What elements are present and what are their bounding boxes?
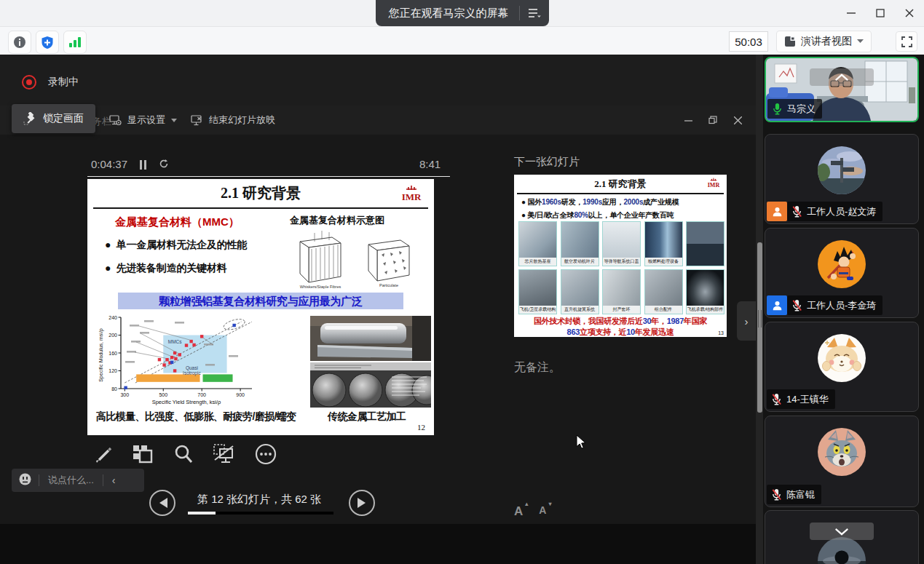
previous-slide-button[interactable]	[149, 490, 175, 516]
slide-position-label: 第 12 张幻灯片，共 62 张	[186, 493, 332, 507]
ellipsis-icon	[255, 443, 277, 465]
presenter-close-button[interactable]	[725, 106, 750, 135]
svg-text:Particulate: Particulate	[379, 283, 398, 287]
application-photo-tile: 组合配件	[644, 269, 683, 314]
collapse-chat-icon[interactable]: ‹	[112, 474, 116, 486]
shared-screen-top-strip	[0, 55, 756, 106]
svg-text:240: 240	[108, 315, 117, 320]
photo-tile-label: 封严套环	[603, 306, 640, 314]
svg-text:Whiskers/Staple Fibres: Whiskers/Staple Fibres	[300, 285, 341, 289]
zoom-slide-button[interactable]	[172, 442, 195, 466]
svg-text:900: 900	[236, 392, 245, 397]
emoji-icon[interactable]	[19, 473, 31, 488]
font-decrease-button[interactable]: A▾	[539, 504, 546, 519]
security-button[interactable]	[36, 31, 59, 54]
chevron-down-icon	[857, 39, 864, 44]
display-settings-icon	[109, 115, 122, 126]
photo-tile-label: 飞机/卫星承载结构	[519, 306, 556, 314]
participant-tile[interactable]: 陈富锟	[765, 416, 919, 507]
more-participants-chevron-down-icon[interactable]	[810, 523, 874, 540]
resize-grip[interactable]	[758, 310, 759, 327]
chat-input[interactable]: 说点什么...	[48, 474, 94, 487]
bottom-strip	[0, 524, 756, 564]
window-maximize-button[interactable]	[866, 0, 895, 26]
meeting-info-button[interactable]	[8, 31, 31, 54]
slide-heading: 金属基复合材料（MMC）	[115, 215, 240, 229]
pen-tool-button[interactable]	[92, 442, 115, 466]
mic-muted-icon	[791, 205, 802, 218]
divider	[103, 474, 103, 486]
current-slide[interactable]: 2.1 研究背景 IMR 金属基复合材料（MMC） ● 单一金属材料无法企及的性…	[87, 179, 434, 435]
more-options-button[interactable]	[254, 442, 277, 466]
participant-tile[interactable]: 工作人员-李金琦	[765, 228, 919, 318]
slide-title: 2.1 研究背景	[87, 183, 434, 203]
banner-menu-icon[interactable]	[520, 0, 549, 26]
next-slide-label: 下一张幻灯片	[514, 155, 580, 169]
participants-sidebar: 马宗义 工作人员-赵文涛 工作人员-李金琦 14-王镇华	[763, 55, 924, 564]
mouse-cursor	[576, 434, 588, 453]
divider	[93, 207, 428, 209]
svg-text:300: 300	[120, 392, 129, 397]
view-mode-selector[interactable]: 演讲者视图	[776, 31, 872, 52]
slide-bullet-2: ● 先进装备制造的关键材料	[105, 262, 226, 275]
resize-grip[interactable]	[761, 310, 762, 327]
end-slideshow-button[interactable]: 结束幻灯片放映	[191, 106, 275, 135]
network-quality-button[interactable]	[63, 31, 87, 54]
collapse-video-chevron-up-icon[interactable]	[810, 68, 874, 86]
slide-banner: 颗粒增强铝基复合材料研究与应用最为广泛	[118, 293, 403, 309]
participant-avatar	[818, 240, 866, 288]
svg-text:120: 120	[108, 368, 117, 373]
application-photo-tile: 飞机承载/结构部件	[686, 269, 724, 314]
font-increase-button[interactable]: A▴	[514, 504, 523, 519]
svg-text:160: 160	[108, 351, 117, 356]
collapse-sidebar-handle[interactable]: ›	[737, 301, 756, 341]
recording-indicator: 录制中	[22, 75, 79, 90]
end-slideshow-label: 结束幻灯片放映	[209, 114, 275, 127]
viewing-banner[interactable]: 您正在观看马宗义的屏幕	[376, 0, 549, 26]
restart-icon	[159, 159, 169, 169]
divider	[39, 474, 39, 486]
presenter-toolbar: 显示任务栏 显示设置 结束幻灯片放映 锁定画面	[0, 106, 756, 135]
participant-tile[interactable]: 马宗义	[765, 57, 919, 122]
slide-caption-left: 高比模量、比强度、低膨胀、耐疲劳/磨损/蠕变	[96, 410, 296, 424]
application-photo-tile: 封严套环	[602, 269, 641, 314]
black-screen-button[interactable]	[213, 442, 236, 466]
participant-tile[interactable]: 工作人员-赵文涛	[765, 134, 919, 224]
pause-timer-button[interactable]	[140, 159, 147, 172]
photo-tile-label: 直升机旋翼系统	[561, 306, 599, 314]
application-photo-tile: 飞机/卫星承载结构	[518, 269, 557, 314]
recording-label: 录制中	[48, 76, 79, 89]
photo-tile-label: 核燃料处理设备	[645, 258, 682, 266]
fullscreen-button[interactable]	[896, 31, 917, 52]
imr-logo: IMR	[704, 178, 723, 190]
slide-caption-right: 传统金属工艺加工	[328, 410, 406, 424]
window-close-button[interactable]	[895, 0, 924, 26]
next-slide-button[interactable]	[349, 490, 375, 516]
mic-muted-icon	[771, 393, 782, 405]
magnifier-icon	[173, 444, 194, 464]
lock-screen-button[interactable]: 锁定画面	[12, 104, 95, 133]
participant-name: 工作人员-赵文涛	[807, 205, 876, 218]
presenter-restore-button[interactable]	[700, 106, 725, 135]
mic-muted-icon	[771, 488, 782, 501]
all-slides-button[interactable]	[131, 442, 154, 466]
scrollbar-thumb[interactable]	[757, 242, 762, 413]
window-minimize-button[interactable]	[837, 0, 866, 26]
fullscreen-icon	[901, 36, 912, 47]
participant-tile[interactable]: 14-王镇华	[765, 322, 919, 412]
rolling-mill-photo	[310, 316, 431, 361]
clock-time: 8:41	[419, 158, 441, 170]
next-slide-thumbnail[interactable]: 2.1 研究背景 IMR ● 国外1960s研发，1990s应用，2000s成产…	[514, 175, 727, 337]
svg-text:500: 500	[159, 392, 167, 397]
prev-arrow-icon	[158, 498, 167, 508]
photo-tile-label: 导弹导航系统口盖	[603, 258, 640, 266]
display-settings-button[interactable]: 显示设置	[109, 106, 177, 135]
presenter-minimize-button[interactable]	[676, 106, 700, 135]
participant-name: 陈富锟	[786, 488, 815, 501]
photo-tile-label: 芯片散热基座	[519, 258, 556, 266]
participant-tile[interactable]	[765, 510, 919, 564]
restart-timer-button[interactable]	[159, 159, 169, 171]
meeting-duration: 50:03	[729, 31, 768, 52]
svg-text:200: 200	[108, 333, 117, 338]
imr-logo: IMR	[396, 185, 427, 205]
